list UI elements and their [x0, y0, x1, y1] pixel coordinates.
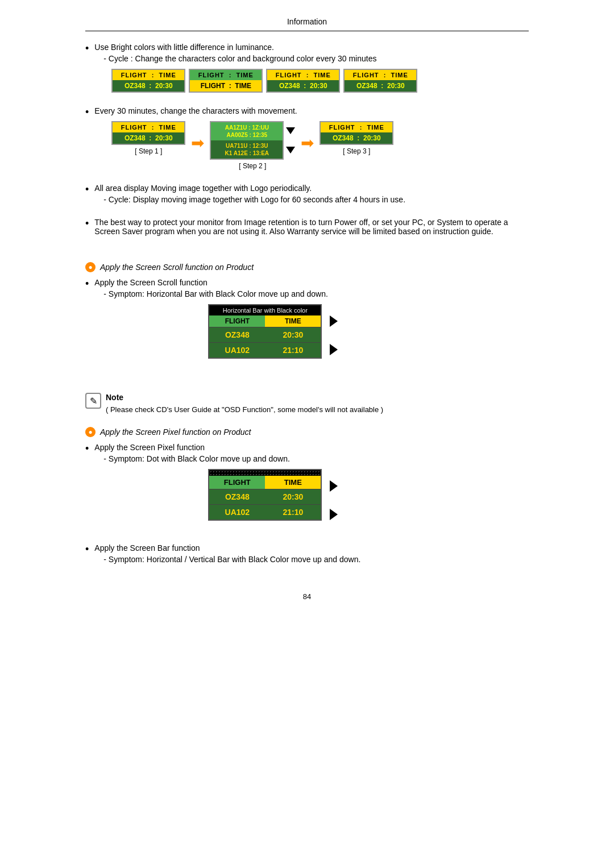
step1-row: OZ348 : 20:30 — [113, 132, 184, 144]
bullet-sub-scroll: - Symptom: Horizontal Bar with Black Col… — [103, 289, 529, 298]
flight-board-4: FLIGHT : TIME OZ348 : 20:30 — [343, 69, 417, 93]
arrow-1: ➡ — [191, 134, 204, 152]
bullet-1: • Use Bright colors with little differen… — [85, 43, 529, 98]
apply-pixel-heading: ● Apply the Screen Pixel function on Pro… — [85, 427, 529, 437]
pixel-arrow-1 — [330, 480, 338, 492]
bullet-content-bar: Apply the Screen Bar function - Symptom:… — [94, 543, 529, 570]
hbar-col1-header: FLIGHT — [209, 315, 265, 327]
fb2-row: FLIGHT : TIME — [190, 80, 262, 92]
hbar-container: Horizontal Bar with Black color FLIGHT T… — [208, 304, 529, 359]
fb1-header: FLIGHT : TIME — [113, 70, 184, 80]
bullet-4: • The best way to protect your monitor f… — [85, 218, 529, 236]
pixel-data-col2-2: 21:10 — [265, 504, 321, 520]
apply-scroll-heading-text: Apply the Screen Scroll function on Prod… — [100, 263, 254, 272]
pixel-data-row-1: OZ348 20:30 — [209, 489, 321, 504]
flight-board-3: FLIGHT : TIME OZ348 : 20:30 — [266, 69, 340, 93]
bullet-content-1: Use Bright colors with little difference… — [94, 43, 529, 98]
bullet-3: • All area display Moving image together… — [85, 184, 529, 210]
bullet-2: • Every 30 minutes, change the character… — [85, 106, 529, 176]
pixel-board-container: FLIGHT TIME OZ348 20:30 UA102 21:10 — [208, 469, 529, 521]
page-number: 84 — [85, 592, 529, 601]
pixel-board: FLIGHT TIME OZ348 20:30 UA102 21:10 — [208, 469, 322, 521]
pixel-data-row-2: UA102 21:10 — [209, 504, 321, 520]
bullet-sub-bar: - Symptom: Horizontal / Vertical Bar wit… — [103, 555, 529, 564]
arrow-down-2 — [286, 147, 295, 153]
bullet-dot-4: • — [85, 218, 89, 230]
step-3-board: FLIGHT : TIME OZ348 : 20:30 — [320, 121, 393, 145]
bullet-text-bar: Apply the Screen Bar function — [94, 543, 200, 553]
step-2-board: AA1Z1U : 1Z:UUAA00Z5 : 12:35 UA711U : 12… — [210, 121, 284, 160]
hbar-col2-header: TIME — [265, 315, 321, 327]
pixel-top-dots — [209, 470, 321, 476]
bullet-content-3: All area display Moving image together w… — [94, 184, 529, 210]
bullet-content-4: The best way to protect your monitor fro… — [94, 218, 529, 236]
fb4-header: FLIGHT : TIME — [345, 70, 416, 80]
hbar-data-col2-1: 20:30 — [265, 327, 321, 342]
bullet-sub-3: - Cycle: Display moving image together w… — [103, 195, 529, 204]
pixel-col1-header: FLIGHT — [209, 476, 265, 489]
hbar-board: Horizontal Bar with Black color FLIGHT T… — [208, 304, 322, 359]
note-box: ✎ Note ( Please check CD's User Guide at… — [85, 393, 529, 416]
hbar-arrows — [330, 304, 338, 355]
note-icon: ✎ — [85, 393, 101, 409]
note-content: Note ( Please check CD's User Guide at "… — [106, 393, 383, 416]
step-1-board: FLIGHT : TIME OZ348 : 20:30 — [111, 121, 185, 145]
pixel-col2-header: TIME — [265, 476, 321, 489]
apply-pixel-icon: ● — [85, 427, 96, 437]
pixel-data-col1-1: OZ348 — [209, 489, 265, 504]
bullet-sub-1: - Cycle : Change the characters color an… — [103, 54, 529, 63]
step2-arrows — [286, 121, 295, 160]
hbar-data-row-2: UA102 21:10 — [209, 342, 321, 358]
bullet-dot-pixel: • — [85, 443, 89, 455]
step-3-label: [ Step 3 ] — [343, 147, 370, 155]
arrow-2: ➡ — [301, 134, 314, 152]
pixel-arrows — [330, 469, 338, 520]
bullet-scroll: • Apply the Screen Scroll function - Sym… — [85, 278, 529, 364]
step2-header: AA1Z1U : 1Z:UUAA00Z5 : 12:35 — [211, 122, 283, 140]
bullet-text-1: Use Bright colors with little difference… — [94, 43, 274, 52]
flight-boards-row-1: FLIGHT : TIME OZ348 : 20:30 FLIGHT : TIM… — [111, 69, 529, 93]
step3-header: FLIGHT : TIME — [321, 122, 392, 132]
pixel-data-col1-2: UA102 — [209, 504, 265, 520]
fb3-header: FLIGHT : TIME — [267, 70, 339, 80]
bullet-dot-scroll: • — [85, 278, 89, 290]
bullet-content-scroll: Apply the Screen Scroll function - Sympt… — [94, 278, 529, 364]
step-2-label: [ Step 2 ] — [239, 162, 266, 170]
fb3-row: OZ348 : 20:30 — [267, 80, 339, 92]
flight-board-1: FLIGHT : TIME OZ348 : 20:30 — [111, 69, 185, 93]
note-label: Note — [106, 393, 383, 402]
step-3-box: FLIGHT : TIME OZ348 : 20:30 [ Step 3 ] — [320, 121, 393, 155]
steps-row: FLIGHT : TIME OZ348 : 20:30 [ Step 1 ] ➡… — [111, 121, 529, 170]
bullet-content-2: Every 30 minutes, change the characters … — [94, 106, 529, 176]
hbar-arrow-2 — [330, 344, 338, 355]
note-text: ( Please check CD's User Guide at "OSD F… — [106, 404, 383, 416]
bullet-text-pixel: Apply the Screen Pixel function — [94, 443, 205, 452]
fb1-row: OZ348 : 20:30 — [113, 80, 184, 92]
bullet-content-pixel: Apply the Screen Pixel function - Sympto… — [94, 443, 529, 526]
hbar-data-col2-2: 21:10 — [265, 342, 321, 358]
step3-row: OZ348 : 20:30 — [321, 132, 392, 144]
page-header: Information — [85, 17, 529, 31]
bullet-text-2: Every 30 minutes, change the characters … — [94, 106, 297, 115]
hbar-arrow-1 — [330, 315, 338, 327]
hbar-data-col1-2: UA102 — [209, 342, 265, 358]
bullet-text-scroll: Apply the Screen Scroll function — [94, 278, 207, 287]
fb4-row: OZ348 : 20:30 — [345, 80, 416, 92]
bullet-text-4: The best way to protect your monitor fro… — [94, 218, 508, 236]
bullet-text-3: All area display Moving image together w… — [94, 184, 312, 193]
apply-pixel-heading-text: Apply the Screen Pixel function on Produ… — [100, 427, 251, 437]
pixel-arrow-2 — [330, 509, 338, 520]
page-title: Information — [287, 17, 327, 26]
apply-scroll-heading: ● Apply the Screen Scroll function on Pr… — [85, 262, 529, 272]
step1-header: FLIGHT : TIME — [113, 122, 184, 132]
bullet-pixel: • Apply the Screen Pixel function - Symp… — [85, 443, 529, 526]
hbar-data-row-1: OZ348 20:30 — [209, 327, 321, 342]
bullet-dot-2: • — [85, 106, 89, 119]
step2-row: UA711U : 12:3UK1 A12E : 13:EA — [211, 140, 283, 159]
step-1-box: FLIGHT : TIME OZ348 : 20:30 [ Step 1 ] — [111, 121, 185, 155]
pixel-header-row: FLIGHT TIME — [209, 476, 321, 489]
step-2-inner: AA1Z1U : 1Z:UUAA00Z5 : 12:35 UA711U : 12… — [210, 121, 295, 160]
bullet-sub-pixel: - Symptom: Dot with Black Color move up … — [103, 454, 529, 463]
arrow-down-1 — [286, 127, 295, 134]
hbar-header-row: FLIGHT TIME — [209, 315, 321, 327]
